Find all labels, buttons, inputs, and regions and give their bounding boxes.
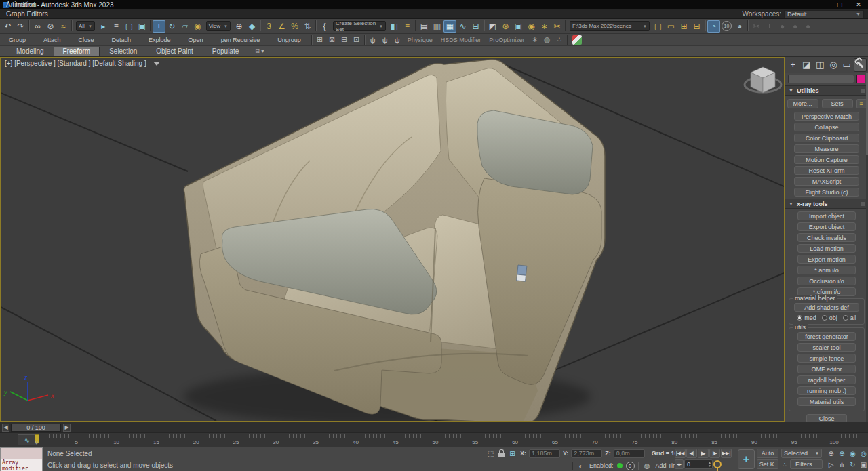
orbit-icon[interactable]: ↻: [848, 459, 858, 470]
render-setup-icon[interactable]: ⊛: [499, 20, 512, 33]
magic-wand-icon[interactable]: ∗: [538, 20, 551, 33]
more-button[interactable]: More...: [787, 99, 818, 108]
ribbon-tab[interactable]: Populate: [203, 47, 248, 56]
layer-manager-icon[interactable]: ▤: [418, 20, 431, 33]
material-editor-icon[interactable]: ◩: [486, 20, 499, 33]
subobject-border-icon[interactable]: ⊟: [338, 35, 351, 45]
undo-icon[interactable]: ↶: [1, 20, 14, 33]
utility-button[interactable]: Color Clipboard: [794, 134, 859, 142]
bone-tools-icon[interactable]: ψ: [391, 35, 403, 45]
y-coordinate-field[interactable]: 2,773m: [571, 449, 602, 458]
plugin-icon[interactable]: [572, 35, 582, 45]
menu-item[interactable]: Animation: [0, 0, 54, 9]
anim-layers-icon[interactable]: ◐: [576, 461, 586, 470]
modifier-label[interactable]: Physique: [403, 37, 437, 43]
utility-button[interactable]: Collapse: [794, 123, 859, 131]
xray-tool-button[interactable]: Check invalids: [797, 233, 856, 242]
utils-tool-button[interactable]: OMF editor: [797, 365, 856, 373]
auto-key-button[interactable]: Auto: [757, 449, 778, 458]
current-frame-field[interactable]: 0▲▼: [684, 459, 713, 469]
curve-editor-icon[interactable]: ∿: [456, 20, 469, 33]
utility-button[interactable]: Perspective Match: [794, 112, 859, 121]
xray-tool-button[interactable]: Load motion: [797, 244, 856, 253]
ref-coordinate-dropdown[interactable]: View▼: [206, 21, 231, 31]
close-utility-button[interactable]: Close: [806, 414, 847, 422]
utils-tool-button[interactable]: running mob :): [797, 386, 856, 395]
utilities-tab-icon[interactable]: [854, 58, 867, 72]
zoom-extents-icon[interactable]: ◉: [848, 449, 858, 459]
ribbon-tab[interactable]: Freeform: [54, 47, 100, 56]
utility-button[interactable]: Measure: [794, 144, 859, 153]
shader-scope-radio[interactable]: all: [843, 314, 856, 321]
sets-button[interactable]: Sets: [822, 99, 853, 108]
absolute-mode-icon[interactable]: ⊞: [507, 449, 517, 458]
perspective-viewport[interactable]: [+] [Perspective ] [Standard ] [Default …: [0, 57, 785, 422]
select-place-icon[interactable]: ◉: [191, 20, 204, 33]
subobject-vertex-icon[interactable]: ⊞: [314, 35, 326, 45]
viewport-canvas[interactable]: x y z: [1, 58, 784, 421]
xray-tool-button[interactable]: Occlusion i/o: [797, 277, 856, 285]
select-move-icon[interactable]: +: [153, 20, 165, 33]
go-to-start-button[interactable]: |◀◀: [675, 449, 686, 458]
object-color-swatch[interactable]: [856, 75, 865, 83]
hierarchy-tab-icon[interactable]: ◫: [814, 58, 827, 72]
xray-tool-button[interactable]: *.anm i/o: [797, 266, 856, 274]
schematic-view-icon[interactable]: ⊟: [469, 20, 482, 33]
mute-count-button[interactable]: 0: [626, 462, 635, 470]
macro-recorder-line[interactable]: [1, 448, 42, 459]
isolate-selection-icon[interactable]: ⬚: [486, 449, 496, 458]
utils-tool-button[interactable]: scaler tool: [797, 343, 856, 352]
group-command-button[interactable]: Ungroup: [269, 37, 310, 43]
modifier-label[interactable]: HSDS Modifier: [437, 37, 486, 43]
snap-toggle-3d-icon[interactable]: 3: [262, 20, 275, 33]
group-command-button[interactable]: Close: [70, 37, 103, 43]
select-link-icon[interactable]: ∞: [31, 20, 44, 33]
walk-through-icon[interactable]: ⋔: [837, 459, 847, 470]
percent-snap-icon[interactable]: %: [288, 20, 301, 33]
x-coordinate-field[interactable]: 1,185m: [529, 449, 560, 458]
play-button[interactable]: ▶: [698, 449, 709, 458]
select-scale-icon[interactable]: ▱: [178, 20, 191, 33]
create-selection-set-dropdown[interactable]: Create Selection Set▼: [333, 21, 386, 31]
per-view-filter-icon[interactable]: [153, 62, 160, 66]
use-pivot-center-icon[interactable]: ⊕: [233, 20, 245, 33]
select-by-name-icon[interactable]: ≡: [110, 20, 123, 33]
zoom-extents-all-icon[interactable]: ◎: [859, 449, 868, 459]
bind-spacewarp-icon[interactable]: ≈: [57, 20, 70, 33]
group-command-button[interactable]: Detach: [103, 37, 140, 43]
dot-gray-icon[interactable]: ●: [789, 20, 802, 33]
select-manipulate-icon[interactable]: ◆: [245, 20, 258, 33]
group-command-button[interactable]: Explode: [140, 37, 180, 43]
configure-button-sets-icon[interactable]: ≡: [856, 99, 867, 108]
fetch-scene-icon[interactable]: ⊟: [690, 20, 703, 33]
maxscript-mini-listener[interactable]: Array modifier: [0, 447, 43, 471]
ribbon-tab[interactable]: Selection: [100, 47, 146, 56]
xray-tools-rollout-header[interactable]: ▼x-ray tools: [785, 199, 868, 209]
scissors-gray-icon[interactable]: ✂: [750, 20, 763, 33]
utility-button[interactable]: MAXScript: [794, 177, 859, 186]
open-scene-folder-icon[interactable]: ▭: [665, 20, 677, 33]
save-scene-state-icon[interactable]: ▢: [652, 20, 665, 33]
utility-button[interactable]: Reset XForm: [794, 166, 859, 175]
create-tab-icon[interactable]: +: [787, 58, 800, 72]
prev-frame-arrow[interactable]: ◀: [2, 424, 9, 432]
project-folder-dropdown[interactable]: F:\3ds Max 2022\scenes▼: [570, 21, 650, 31]
ribbon-tab[interactable]: Object Paint: [146, 47, 202, 56]
set-key-button[interactable]: Set K.: [757, 459, 778, 469]
group-command-button[interactable]: pen Recursive: [212, 37, 269, 43]
key-mode-toggle-icon[interactable]: ◂▸: [675, 459, 684, 469]
group-command-button[interactable]: Open: [180, 37, 212, 43]
z-coordinate-field[interactable]: 0,0m: [614, 449, 645, 458]
utility-button[interactable]: Motion Capture: [794, 155, 859, 164]
bone-tools-icon[interactable]: ψ: [379, 35, 391, 45]
manage-scene-states-icon[interactable]: ⊞: [677, 20, 690, 33]
add-shaders-button[interactable]: Add shaders def: [794, 303, 859, 312]
modifier-star-icon[interactable]: ∗: [529, 35, 541, 45]
go-to-end-button[interactable]: ▶▶|: [721, 449, 732, 458]
minimize-button[interactable]: —: [811, 0, 830, 9]
dot-gray-icon[interactable]: ●: [776, 20, 789, 33]
subobject-element-icon[interactable]: ⊡: [351, 35, 363, 45]
utils-tool-button[interactable]: Material utils: [797, 397, 856, 406]
time-slider-value[interactable]: 0 / 100: [11, 424, 61, 432]
scene-explorer-icon[interactable]: ▥: [431, 20, 443, 33]
